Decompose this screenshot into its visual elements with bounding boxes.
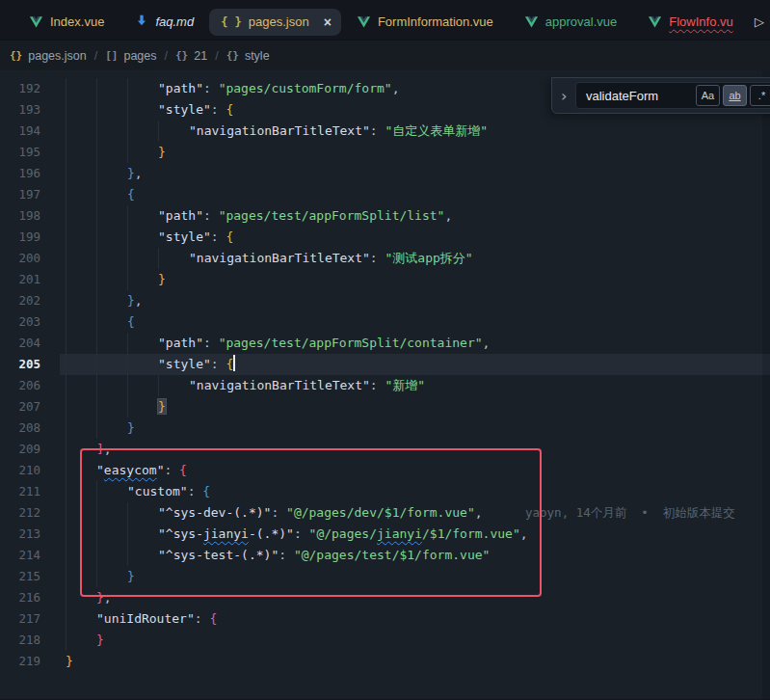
tab-label: FormInformation.vue <box>378 14 493 29</box>
code-line[interactable]: 214"^sys-test-(.*)": "@/pages/test/$1/fo… <box>0 545 770 566</box>
code-line[interactable]: 198"path": "pages/test/appFormSplit/list… <box>0 205 770 227</box>
code-token: "^sys-test-(.*)" <box>158 548 279 562</box>
tab-pages-json[interactable]: { } pages.json × <box>209 9 341 36</box>
code-line[interactable]: 205"style": { <box>0 354 770 375</box>
code-line[interactable]: 213"^sys-jianyi-(.*)": "@/pages/jianyi/$… <box>0 524 770 545</box>
indent-guide <box>96 184 97 205</box>
code-line[interactable]: 195} <box>0 142 770 163</box>
code-lines: 192"path": "pages/customForm/form",193"s… <box>0 70 770 672</box>
code-token: "path" <box>158 208 203 223</box>
code-line[interactable]: 217"uniIdRouter": { <box>0 608 770 630</box>
code-line[interactable]: 216}, <box>0 587 770 608</box>
code-token: } <box>127 293 135 308</box>
code-token: { <box>127 314 135 329</box>
code-line[interactable]: 202}, <box>0 290 770 311</box>
code-line[interactable]: 203{ <box>0 311 770 333</box>
code-token: : <box>271 505 286 520</box>
whole-word-icon[interactable]: ab <box>723 85 747 106</box>
code-line[interactable]: 210"easycom": { <box>0 460 770 481</box>
code-token: easycom <box>104 463 157 477</box>
indent-guide <box>66 630 66 651</box>
tab-index-vue[interactable]: Index.vue <box>13 9 119 36</box>
breadcrumb-item-file[interactable]: {} pages.json <box>10 49 87 63</box>
code-line[interactable]: 212"^sys-dev-(.*)": "@/pages/dev/$1/form… <box>0 502 770 524</box>
indent-guide <box>66 99 66 121</box>
code-token: "path" <box>158 81 203 95</box>
code-line[interactable]: 219} <box>0 651 770 672</box>
code-token: } <box>127 569 135 583</box>
code-content: } <box>66 396 166 417</box>
code-token: : <box>211 102 226 117</box>
indent-guide <box>127 502 128 524</box>
code-content: }, <box>66 163 143 184</box>
code-line[interactable]: 209], <box>0 439 770 460</box>
line-number: 192 <box>0 78 54 99</box>
code-line[interactable]: 211"custom": { <box>0 481 770 502</box>
indent-guide <box>127 396 128 417</box>
code-token: : <box>211 357 226 371</box>
match-case-icon[interactable]: Aa <box>696 85 720 106</box>
indent-guide <box>66 417 66 439</box>
breadcrumb-item-21[interactable]: {} 21 <box>175 49 207 63</box>
close-icon[interactable]: × <box>324 14 332 30</box>
code-token: : <box>279 548 294 562</box>
code-line[interactable]: 196}, <box>0 163 770 184</box>
git-blame-annotation: yaoyn, 14个月前 • 初始版本提交 <box>525 502 735 524</box>
editor-scrollbar[interactable] <box>762 70 770 699</box>
code-line[interactable]: 200"navigationBarTitleText": "测试app拆分" <box>0 248 770 269</box>
code-line[interactable]: 194"navigationBarTitleText": "自定义表单新增" <box>0 121 770 142</box>
find-input[interactable] <box>576 89 696 103</box>
breadcrumb: {} pages.json / [] pages / {} 21 / {} st… <box>0 40 770 70</box>
code-token: : <box>203 208 219 223</box>
tab-forminformation-vue[interactable]: FormInformation.vue <box>341 9 509 36</box>
tab-faq-md[interactable]: faq.md <box>119 9 209 36</box>
tab-approval-vue[interactable]: approval.vue <box>509 9 632 36</box>
line-number: 207 <box>0 396 54 417</box>
indent-guide <box>66 502 66 524</box>
code-content: "style": { <box>66 354 235 375</box>
code-token: } <box>158 399 166 414</box>
code-token: : <box>203 336 219 350</box>
indent-guide <box>66 227 66 248</box>
code-line[interactable]: 215} <box>0 566 770 587</box>
indent-guide <box>127 333 128 354</box>
code-token: "自定义表单新增" <box>385 123 489 138</box>
line-number: 193 <box>0 99 54 121</box>
code-line[interactable]: 204"path": "pages/test/appFormSplit/cont… <box>0 333 770 354</box>
indent-guide <box>96 290 97 311</box>
breadcrumb-item-style[interactable]: {} style <box>226 49 270 63</box>
tab-overflow-chevron-icon[interactable]: ▷ <box>755 14 764 29</box>
code-content: }, <box>66 290 143 311</box>
breadcrumb-separator: / <box>165 49 168 63</box>
code-line[interactable]: 199"style": { <box>0 227 770 248</box>
code-line[interactable]: 201} <box>0 269 770 290</box>
toggle-replace-chevron-icon[interactable]: › <box>556 87 571 105</box>
indent-guide <box>66 311 66 333</box>
code-line[interactable]: 197{ <box>0 184 770 205</box>
code-line[interactable]: 208} <box>0 417 770 439</box>
code-token: " <box>96 463 104 477</box>
code-line[interactable]: 218} <box>0 630 770 651</box>
code-content: "navigationBarTitleText": "测试app拆分" <box>66 248 473 269</box>
code-content: } <box>66 269 166 290</box>
code-editor[interactable]: 192"path": "pages/customForm/form",193"s… <box>0 70 770 699</box>
code-token: "uniIdRouter" <box>96 611 195 626</box>
regex-icon[interactable]: .* <box>750 85 770 106</box>
indent-guide <box>96 99 97 121</box>
code-content: } <box>66 566 135 587</box>
symbol-object-icon: {} <box>175 49 188 62</box>
indent-guide <box>96 375 97 396</box>
indent-guide <box>127 269 128 290</box>
code-content: "custom": { <box>66 481 210 502</box>
code-token: /$1/form.vue" <box>422 526 520 541</box>
tab-flowinfo-vue[interactable]: FlowInfo.vu <box>632 9 748 36</box>
code-content: "^sys-jianyi-(.*)": "@/pages/jianyi/$1/f… <box>66 524 528 545</box>
indent-guide <box>66 142 66 163</box>
indent-guide <box>66 396 66 417</box>
indent-guide <box>96 78 97 99</box>
line-number: 213 <box>0 524 54 545</box>
find-widget: › Aa ab .* <box>551 77 770 114</box>
code-line[interactable]: 206"navigationBarTitleText": "新增" <box>0 375 770 396</box>
code-line[interactable]: 207} <box>0 396 770 417</box>
breadcrumb-item-pages[interactable]: [] pages <box>105 49 156 63</box>
